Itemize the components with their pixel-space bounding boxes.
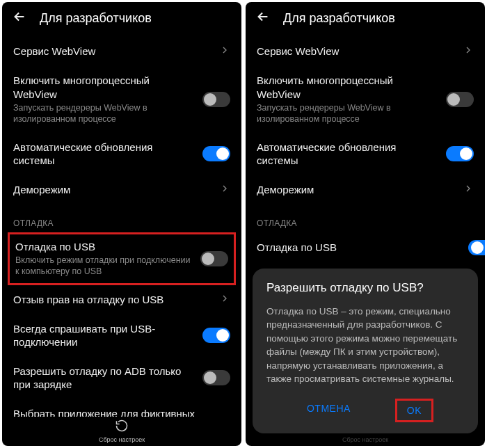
row-auto-updates[interactable]: Автоматические обновления системы bbox=[246, 133, 485, 175]
back-icon[interactable] bbox=[12, 9, 27, 27]
chevron-right-icon bbox=[219, 183, 230, 197]
row-label: Автоматические обновления системы bbox=[257, 141, 439, 168]
row-sublabel: Запускать рендереры WebView в изолирован… bbox=[257, 102, 439, 125]
row-demo-mode[interactable]: Деморежим bbox=[2, 175, 241, 205]
bottom-label: Сброс настроек bbox=[342, 436, 388, 443]
cancel-button[interactable]: ОТМЕНА bbox=[297, 399, 360, 422]
row-label: Включить многопроцессный WebView bbox=[257, 74, 439, 101]
page-title: Для разработчиков bbox=[40, 11, 152, 26]
ok-button[interactable]: OK bbox=[395, 399, 433, 422]
row-label: Отладка по USB bbox=[257, 241, 461, 255]
row-label: Сервис WebView bbox=[257, 45, 456, 58]
row-label: Деморежим bbox=[13, 183, 212, 197]
dialog-actions: ОТМЕНА OK bbox=[266, 386, 464, 428]
chevron-right-icon bbox=[463, 183, 474, 197]
row-revoke-usb[interactable]: Отзыв прав на отладку по USB bbox=[2, 285, 241, 314]
row-always-ask-usb[interactable]: Всегда спрашивать при USB-подключении bbox=[2, 314, 241, 357]
toggle-multiprocess[interactable] bbox=[202, 92, 230, 107]
row-label: Всегда спрашивать при USB-подключении bbox=[13, 322, 195, 349]
toggle-usb-debug[interactable] bbox=[200, 251, 228, 266]
usb-debug-dialog: Разрешить отладку по USB? Отладка по USB… bbox=[253, 269, 478, 433]
row-label: Отладка по USB bbox=[15, 240, 193, 254]
bottom-label: Сброс настроек bbox=[99, 436, 145, 443]
toggle-adb-charging[interactable] bbox=[202, 370, 230, 385]
section-debug: ОТЛАДКА bbox=[2, 205, 241, 232]
page-title: Для разработчиков bbox=[283, 11, 395, 26]
header: Для разработчиков bbox=[246, 2, 485, 37]
chevron-right-icon bbox=[219, 293, 230, 307]
row-adb-charging[interactable]: Разрешить отладку по ADB только при заря… bbox=[2, 357, 241, 399]
row-mock-location-app[interactable]: Выбрать приложение для фиктивных bbox=[2, 399, 241, 417]
chevron-right-icon bbox=[219, 45, 230, 58]
toggle-multiprocess[interactable] bbox=[446, 92, 474, 107]
row-webview-service[interactable]: Сервис WebView bbox=[246, 37, 485, 66]
reset-icon[interactable] bbox=[115, 419, 129, 435]
row-label: Деморежим bbox=[257, 183, 456, 197]
row-usb-debugging[interactable]: Отладка по USB Включить режим отладки пр… bbox=[8, 232, 236, 285]
dialog-body: Отладка по USB – это режим, специально п… bbox=[266, 305, 464, 386]
row-label: Отзыв прав на отладку по USB bbox=[13, 293, 212, 307]
settings-list: Сервис WebView Включить многопроцессный … bbox=[2, 37, 241, 417]
row-multiprocess-webview[interactable]: Включить многопроцессный WebView Запуска… bbox=[246, 66, 485, 133]
back-icon[interactable] bbox=[255, 9, 271, 27]
row-multiprocess-webview[interactable]: Включить многопроцессный WebView Запуска… bbox=[2, 66, 241, 133]
chevron-right-icon bbox=[463, 45, 474, 58]
row-auto-updates[interactable]: Автоматические обновления системы bbox=[2, 133, 241, 175]
row-webview-service[interactable]: Сервис WebView bbox=[2, 37, 241, 66]
toggle-auto-updates[interactable] bbox=[202, 146, 230, 161]
section-debug: ОТЛАДКА bbox=[246, 205, 485, 232]
toggle-always-ask[interactable] bbox=[202, 328, 230, 343]
toggle-usb-debug[interactable] bbox=[468, 240, 485, 255]
row-usb-debugging[interactable]: Отладка по USB bbox=[246, 232, 485, 263]
dialog-title: Разрешить отладку по USB? bbox=[266, 281, 464, 295]
row-sublabel: Запускать рендереры WebView в изолирован… bbox=[13, 102, 195, 125]
toggle-auto-updates[interactable] bbox=[446, 146, 474, 161]
row-label: Включить многопроцессный WebView bbox=[13, 74, 195, 101]
phone-right: Для разработчиков Сервис WebView Включит… bbox=[246, 2, 485, 446]
row-label: Разрешить отладку по ADB только при заря… bbox=[13, 365, 195, 392]
header: Для разработчиков bbox=[2, 2, 241, 37]
row-label: Выбрать приложение для фиктивных bbox=[13, 407, 230, 417]
row-sublabel: Включить режим отладки при подключении к… bbox=[15, 255, 193, 278]
row-demo-mode[interactable]: Деморежим bbox=[246, 175, 485, 205]
bottom-bar: Сброс настроек bbox=[2, 417, 241, 446]
row-label: Сервис WebView bbox=[13, 45, 212, 58]
row-label: Автоматические обновления системы bbox=[13, 141, 195, 168]
phone-left: Для разработчиков Сервис WebView Включит… bbox=[2, 2, 241, 446]
